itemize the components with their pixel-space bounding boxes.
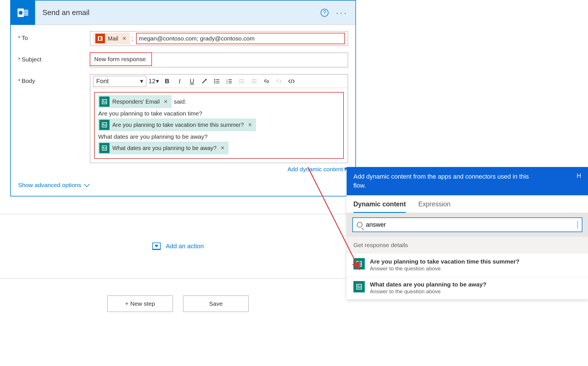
svg-point-9 [214, 82, 215, 84]
dc-banner-right[interactable]: H [577, 172, 581, 179]
svg-rect-24 [103, 100, 104, 102]
add-action-bar[interactable]: Add an action [0, 214, 356, 279]
bullet-list-button[interactable] [211, 76, 222, 87]
dc-item-title: What dates are you planning to be away? [370, 281, 486, 288]
dc-section-title: Get response details [353, 242, 408, 248]
forms-icon [99, 97, 110, 107]
unlink-button[interactable] [273, 76, 285, 87]
token-remove-icon[interactable]: ✕ [162, 99, 169, 105]
chevron-down-icon: ▾ [156, 78, 159, 85]
svg-rect-18 [241, 81, 244, 82]
q2-answer-token[interactable]: What dates are you planning to be away? … [98, 142, 228, 154]
subject-label-text: Subject [22, 56, 41, 63]
svg-rect-4 [99, 37, 101, 40]
svg-rect-20 [252, 79, 257, 80]
svg-rect-23 [102, 99, 107, 104]
dc-search[interactable] [352, 217, 582, 232]
responders-token-label: Responders' Email [112, 99, 160, 105]
svg-rect-8 [216, 81, 219, 82]
token-remove-icon[interactable]: ✕ [219, 145, 226, 151]
font-size-select[interactable]: 12 ▾ [147, 78, 160, 85]
to-input[interactable]: Mail ✕ ; megan@contoso.com; grady@contos… [90, 31, 348, 46]
dc-item[interactable]: Are you planning to take vacation time t… [347, 254, 588, 277]
q1-token-label: Are you planning to take vacation time t… [112, 122, 244, 128]
link-button[interactable] [261, 76, 272, 87]
rte-toolbar: Font ▾ 12 ▾ B I U [90, 74, 348, 88]
dc-search-input[interactable] [366, 221, 574, 228]
forms-icon [353, 281, 365, 292]
code-view-button[interactable] [286, 76, 297, 87]
add-action-label: Add an action [166, 243, 204, 250]
body-q1-text: Are you planning to take vacation time? [98, 110, 340, 117]
svg-point-7 [214, 81, 215, 82]
new-step-label: + New step [125, 300, 155, 307]
chevron-down-icon: ▾ [140, 78, 143, 85]
svg-rect-22 [252, 83, 257, 83]
font-color-button[interactable] [199, 76, 210, 87]
dc-section-header: Get response details [347, 237, 588, 254]
svg-rect-40 [358, 285, 359, 286]
subject-row: *Subject New form response [18, 53, 348, 67]
svg-rect-33 [105, 147, 106, 148]
font-select[interactable]: Font ▾ [93, 76, 146, 87]
to-row: *To Mail ✕ ; megan@contoso.com; g [18, 31, 348, 46]
font-size-value: 12 [149, 78, 155, 85]
show-advanced-options[interactable]: Show advanced options [18, 174, 348, 189]
mail-token[interactable]: Mail ✕ [93, 33, 130, 44]
svg-rect-34 [103, 149, 106, 149]
q1-answer-token[interactable]: Are you planning to take vacation time t… [98, 119, 256, 131]
body-q2-text: What dates are you planning to be away? [98, 133, 340, 140]
indent-button[interactable] [248, 76, 260, 87]
responders-email-token[interactable]: Responders' Email ✕ [98, 95, 171, 108]
svg-rect-36 [358, 262, 359, 264]
italic-button[interactable]: I [174, 76, 185, 87]
underline-button[interactable]: U [186, 76, 198, 87]
office-icon [95, 34, 105, 43]
q2-token-label: What dates are you planning to be away? [112, 145, 216, 151]
card-title: Send an email [35, 8, 321, 17]
chevron-down-icon [84, 181, 90, 187]
to-value: megan@contoso.com; grady@contoso.com [139, 35, 255, 42]
subject-input[interactable]: New form response [90, 53, 348, 67]
svg-rect-6 [216, 79, 219, 80]
outlook-icon [11, 1, 35, 25]
token-remove-icon[interactable]: ✕ [247, 122, 253, 128]
add-dynamic-content-link[interactable]: Add dynamic content [90, 163, 348, 173]
save-button[interactable]: Save [183, 296, 249, 312]
font-label: Font [96, 78, 109, 85]
help-icon[interactable]: ? [321, 9, 329, 17]
subject-value: New form response [94, 56, 146, 62]
svg-rect-41 [359, 286, 361, 286]
tab-expression[interactable]: Expression [418, 200, 450, 213]
dc-tabs: Dynamic content Expression [347, 195, 588, 213]
subject-highlight: New form response [90, 52, 152, 66]
mail-token-remove-icon[interactable]: ✕ [121, 35, 128, 42]
svg-rect-21 [253, 81, 257, 82]
svg-rect-31 [102, 146, 107, 150]
more-icon[interactable]: ··· [336, 8, 348, 18]
svg-rect-37 [359, 263, 361, 264]
tab-dynamic-content[interactable]: Dynamic content [353, 200, 406, 213]
dynamic-content-panel: Add dynamic content from the apps and co… [347, 167, 588, 299]
card-header: Send an email ? ··· [11, 1, 355, 25]
number-list-button[interactable]: 123 [224, 76, 235, 87]
svg-rect-14 [229, 81, 232, 82]
subject-label: *Subject [18, 53, 90, 63]
body-content[interactable]: Responders' Email ✕ said: Are you planni… [94, 92, 344, 159]
bottom-buttons: + New step Save [0, 296, 356, 312]
cursor [578, 221, 578, 228]
to-label-text: To [22, 35, 28, 41]
svg-rect-35 [357, 261, 361, 266]
new-step-button[interactable]: + New step [107, 296, 173, 312]
bold-button[interactable]: B [161, 76, 173, 87]
outdent-button[interactable] [236, 76, 247, 87]
svg-rect-10 [216, 83, 219, 83]
body-row: *Body Font ▾ 12 ▾ B I U [18, 74, 348, 173]
svg-point-2 [19, 11, 23, 15]
forms-icon [99, 143, 110, 153]
dc-item[interactable]: What dates are you planning to be away? … [347, 277, 588, 299]
svg-rect-28 [103, 124, 104, 125]
to-text-highlight[interactable]: megan@contoso.com; grady@contoso.com [136, 33, 345, 44]
card-body: *To Mail ✕ ; megan@contoso.com; g [11, 25, 355, 196]
svg-rect-26 [103, 102, 106, 103]
